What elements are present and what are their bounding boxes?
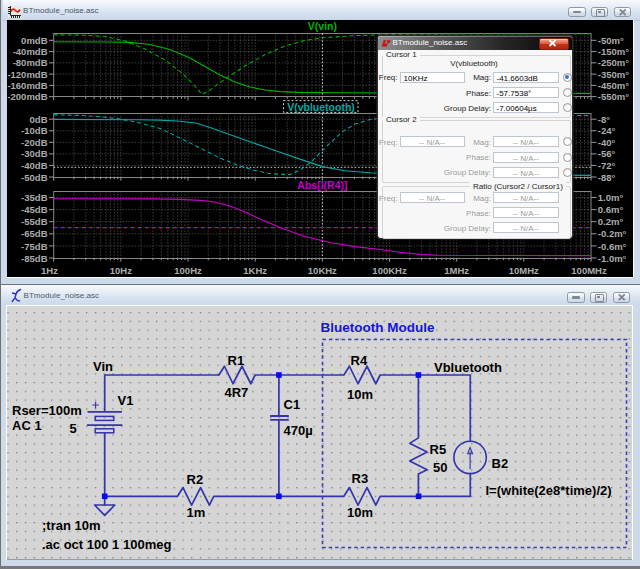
svg-text:-88°: -88° [598, 172, 616, 183]
svg-text:-8°: -8° [598, 114, 610, 125]
svg-text:-0.6m°: -0.6m° [598, 241, 627, 252]
svg-text:10m: 10m [347, 505, 373, 520]
svg-text:-75dB: -75dB [21, 241, 48, 252]
svg-text:R4: R4 [351, 353, 368, 368]
svg-text:1MHz: 1MHz [444, 265, 469, 276]
svg-text:-450m°: -450m° [598, 80, 629, 91]
svg-text:10MHz: 10MHz [509, 265, 539, 276]
svg-text:-65dB: -65dB [21, 228, 48, 239]
svg-text:Vbluetooth: Vbluetooth [434, 360, 502, 375]
svg-text:V1: V1 [118, 393, 134, 408]
svg-text:1KHz: 1KHz [243, 265, 267, 276]
svg-text:-35dB: -35dB [21, 192, 48, 203]
svg-text:0dB: 0dB [30, 114, 48, 125]
svg-text:-10dB: -10dB [21, 125, 48, 136]
svg-text:-150m°: -150m° [598, 46, 629, 57]
svg-text:1m: 1m [187, 505, 206, 520]
svg-text:.ac oct 100 1 100meg: .ac oct 100 1 100meg [42, 537, 171, 552]
svg-text:4R7: 4R7 [225, 385, 249, 400]
svg-text:C1: C1 [284, 397, 301, 412]
svg-text:-55dB: -55dB [21, 216, 48, 227]
svg-text:-40mdB: -40mdB [13, 46, 48, 57]
svg-text:-250m°: -250m° [598, 57, 629, 68]
svg-text:-160mdB: -160mdB [7, 80, 47, 91]
svg-text:-30dB: -30dB [21, 148, 48, 159]
svg-text:-550m°: -550m° [598, 91, 629, 102]
svg-text:-1.0m°: -1.0m° [598, 253, 627, 264]
svg-text:-80mdB: -80mdB [13, 57, 48, 68]
svg-text:100KHz: 100KHz [372, 265, 407, 276]
svg-text:-50dB: -50dB [21, 172, 48, 183]
svg-text:R5: R5 [430, 442, 447, 457]
svg-text:5: 5 [70, 421, 77, 436]
svg-text:100Hz: 100Hz [174, 265, 202, 276]
svg-text:0.6m°: 0.6m° [598, 204, 624, 215]
svg-text:AC 1: AC 1 [12, 418, 42, 433]
svg-text:;tran 10m: ;tran 10m [42, 518, 101, 533]
svg-text:-20dB: -20dB [21, 137, 48, 148]
svg-text:10KHz: 10KHz [308, 265, 337, 276]
svg-text:-350m°: -350m° [598, 69, 629, 80]
svg-text:Vin: Vin [93, 359, 113, 374]
svg-text:-40dB: -40dB [21, 160, 48, 171]
svg-text:100MHz: 100MHz [571, 265, 607, 276]
svg-text:B2: B2 [492, 456, 509, 471]
svg-text:-50m°: -50m° [598, 35, 624, 46]
svg-text:0mdB: 0mdB [21, 35, 48, 46]
svg-text:10m: 10m [347, 387, 373, 402]
svg-text:-56°: -56° [598, 148, 616, 159]
svg-text:V(vin): V(vin) [308, 20, 337, 32]
svg-text:-40°: -40° [598, 137, 616, 148]
svg-text:R2: R2 [187, 472, 204, 487]
svg-text:1.0m°: 1.0m° [598, 192, 624, 203]
svg-text:R1: R1 [228, 353, 245, 368]
svg-text:-24°: -24° [598, 125, 616, 136]
svg-text:-120mdB: -120mdB [7, 69, 47, 80]
svg-text:470µ: 470µ [284, 423, 313, 438]
svg-text:-85dB: -85dB [21, 253, 48, 264]
svg-text:-200mdB: -200mdB [7, 91, 47, 102]
svg-text:Abs[I(R4)]: Abs[I(R4)] [297, 179, 347, 191]
svg-text:50: 50 [433, 460, 447, 475]
svg-text:0.2m°: 0.2m° [598, 216, 624, 227]
svg-text:10Hz: 10Hz [110, 265, 132, 276]
svg-text:I=(white(2e8*time)/2): I=(white(2e8*time)/2) [486, 483, 612, 498]
svg-text:1Hz: 1Hz [41, 265, 58, 276]
svg-text:Rser=100m: Rser=100m [12, 403, 82, 418]
svg-text:Bluetooth Module: Bluetooth Module [321, 320, 435, 335]
svg-text:V(vbluetooth): V(vbluetooth) [287, 101, 355, 113]
svg-text:-0.2m°: -0.2m° [598, 228, 627, 239]
svg-text:-72°: -72° [598, 160, 616, 171]
svg-text:-45dB: -45dB [21, 204, 48, 215]
svg-text:R3: R3 [352, 471, 369, 486]
